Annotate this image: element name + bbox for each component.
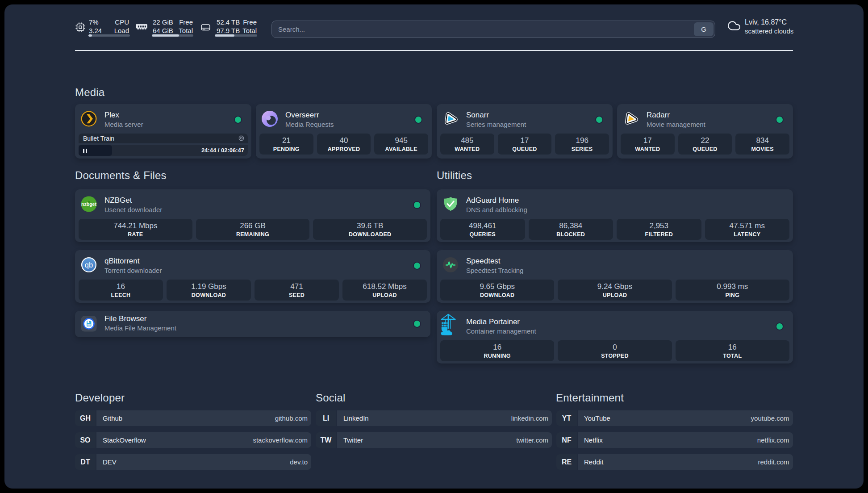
svg-text:qb: qb	[85, 261, 93, 269]
svg-text:nzbget: nzbget	[81, 201, 96, 207]
